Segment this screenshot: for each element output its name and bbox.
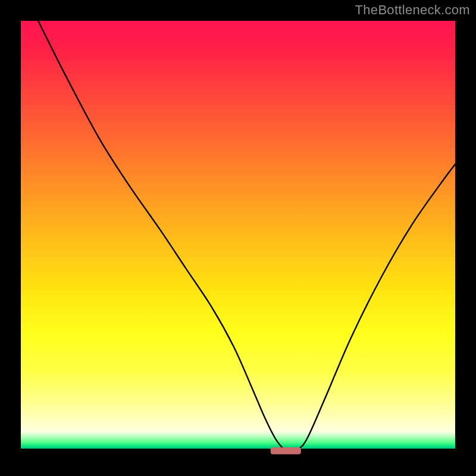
chart-container: TheBottleneck.com: [0, 0, 476, 476]
plot-area: [21, 21, 455, 455]
curve-svg: [21, 21, 455, 455]
bottleneck-curve: [38, 21, 455, 450]
optimal-marker: [271, 447, 301, 455]
watermark-text: TheBottleneck.com: [355, 2, 470, 18]
